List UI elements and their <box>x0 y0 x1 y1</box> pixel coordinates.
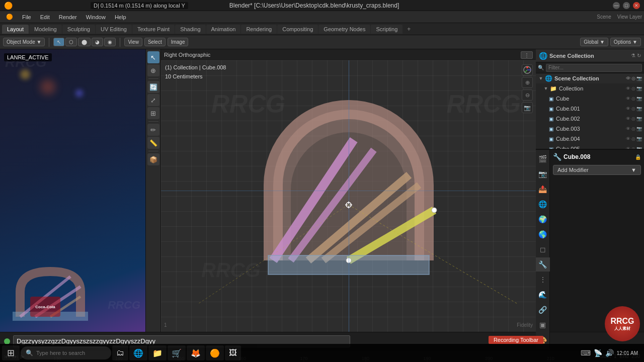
add-modifier-button[interactable]: Add Modifier ▼ <box>553 165 641 175</box>
tab-rendering[interactable]: Rendering <box>241 25 277 34</box>
taskbar-browser-app[interactable]: 🌐 <box>129 345 147 360</box>
scene-tab[interactable]: 🌍 <box>536 212 550 226</box>
rotate-tool[interactable]: 🔄 <box>147 81 159 93</box>
zoom-out-btn[interactable]: ⊖ <box>522 89 533 101</box>
viewport-options-btn[interactable]: ⋮ <box>521 51 533 59</box>
minimize-button[interactable]: — <box>613 2 620 9</box>
taskbar-explorer-app[interactable]: 📁 <box>148 345 167 360</box>
cursor-tool-button[interactable]: ↖ <box>53 38 64 46</box>
tab-compositing[interactable]: Compositing <box>277 25 318 34</box>
volume-tray-icon[interactable]: 🔊 <box>605 349 614 357</box>
menu-window[interactable]: Window <box>82 13 110 21</box>
move-tool[interactable]: ⊕ <box>147 64 159 76</box>
taskbar-app4[interactable]: 🦊 <box>187 345 205 360</box>
eye-icon[interactable]: 👁 <box>626 146 630 149</box>
add-cube-tool[interactable]: 📦 <box>147 153 159 165</box>
start-button[interactable]: ⊞ <box>2 345 20 360</box>
particles-tab[interactable]: ⋮ <box>536 273 550 287</box>
render-icon[interactable]: 📷 <box>636 76 642 81</box>
physics-tab[interactable]: 🌊 <box>536 288 550 302</box>
taskbar-store-app[interactable]: 🛒 <box>168 345 186 360</box>
global-button[interactable]: Global ▼ <box>580 38 608 46</box>
select-icon[interactable]: ◎ <box>631 126 635 131</box>
options-button[interactable]: Options ▼ <box>610 38 641 46</box>
solid-button[interactable]: ⬤ <box>78 38 91 46</box>
select-icon[interactable]: ◎ <box>631 116 635 121</box>
measure-tool[interactable]: 📏 <box>147 137 159 149</box>
render-icon[interactable]: 📷 <box>636 146 642 149</box>
outliner-filter-icon[interactable]: ⚗ <box>631 53 635 58</box>
outliner-item-cube001[interactable]: ▣ Cube.001 👁 ◎ 📷 <box>536 104 644 114</box>
render-button[interactable]: ◉ <box>104 38 116 46</box>
eye-icon[interactable]: 👁 <box>626 116 630 121</box>
viewport[interactable]: Right Orthographic ⋮ (1) Collection | Cu… <box>161 49 536 332</box>
view-layer-tab[interactable]: 🌐 <box>536 197 550 211</box>
camera-view-btn[interactable]: 📷 <box>522 102 533 113</box>
modifier-tab[interactable]: 🔧 <box>536 257 550 272</box>
menu-render[interactable]: Render <box>55 13 81 21</box>
tab-shading[interactable]: Shading <box>175 25 205 34</box>
tab-uv-editing[interactable]: UV Editing <box>96 25 132 34</box>
select-icon[interactable]: ◎ <box>631 76 635 81</box>
tab-modeling[interactable]: Modeling <box>29 25 62 34</box>
tab-animation[interactable]: Animation <box>206 25 241 34</box>
menu-help[interactable]: Help <box>111 13 130 21</box>
material-button[interactable]: ◕ <box>92 38 103 46</box>
render-icon[interactable]: 📷 <box>636 126 642 131</box>
render-props-tab[interactable]: 📷 <box>536 167 550 181</box>
eye-icon[interactable]: 👁 <box>626 126 630 131</box>
render-icon[interactable]: 📷 <box>636 106 642 111</box>
scene-props-tab[interactable]: 🎬 <box>536 152 550 166</box>
render-icon[interactable]: 📷 <box>636 86 642 91</box>
keyboard-tray-icon[interactable]: ⌨ <box>581 349 591 357</box>
outliner-search-input[interactable] <box>546 64 642 72</box>
select-label[interactable]: Select <box>144 38 166 46</box>
taskbar-search[interactable]: 🔍 <box>21 346 111 359</box>
add-workspace-button[interactable]: + <box>403 24 415 34</box>
world-tab[interactable]: 🌎 <box>536 227 550 241</box>
outliner-sync-icon[interactable]: ↻ <box>637 53 641 58</box>
output-props-tab[interactable]: 📤 <box>536 182 550 196</box>
transform-tool[interactable]: ⊞ <box>147 107 159 119</box>
select-icon[interactable]: ◎ <box>631 96 635 101</box>
eye-icon[interactable]: 👁 <box>626 136 630 141</box>
view-label[interactable]: View <box>124 38 142 46</box>
outliner-item-cube004[interactable]: ▣ Cube.004 👁 ◎ 📷 <box>536 134 644 144</box>
menu-edit[interactable]: Edit <box>36 13 54 21</box>
outliner-scene-collection[interactable]: ▼ 🌐 Scene Collection 👁 ◎ 📷 <box>536 73 644 83</box>
maximize-button[interactable]: □ <box>623 2 630 9</box>
taskbar-photos-app[interactable]: 🖼 <box>225 345 241 360</box>
wireframe-button[interactable]: ⬡ <box>65 38 77 46</box>
system-clock[interactable]: 12:01 AM <box>617 350 638 356</box>
eye-icon[interactable]: 👁 <box>626 76 630 81</box>
outliner-item-cube002[interactable]: ▣ Cube.002 👁 ◎ 📷 <box>536 114 644 124</box>
gizmo-orbit-btn[interactable] <box>522 64 533 75</box>
outliner-item-cube005[interactable]: ▣ Cube.005 👁 ◎ 📷 <box>536 144 644 149</box>
outliner-item-collection[interactable]: ▼ 📁 Collection 👁 ◎ 📷 <box>536 83 644 94</box>
scale-tool[interactable]: ⤢ <box>147 94 159 106</box>
image-label[interactable]: Image <box>168 38 189 46</box>
render-icon[interactable]: 📷 <box>636 96 642 101</box>
tab-geometry-nodes[interactable]: Geometry Nodes <box>318 25 370 34</box>
eye-icon[interactable]: 👁 <box>626 86 630 91</box>
render-icon[interactable]: 📷 <box>636 136 642 141</box>
tab-sculpting[interactable]: Sculpting <box>62 25 95 34</box>
select-icon[interactable]: ◎ <box>631 86 635 91</box>
menu-file[interactable]: File <box>18 13 35 21</box>
render-icon[interactable]: 📷 <box>636 116 642 121</box>
tab-texture-paint[interactable]: Texture Paint <box>132 25 175 34</box>
outliner-item-cube[interactable]: ▣ Cube 👁 ◎ 📷 <box>536 94 644 104</box>
network-tray-icon[interactable]: 📡 <box>594 349 602 357</box>
select-icon[interactable]: ◎ <box>631 136 635 141</box>
cursor-tool[interactable]: ↖ <box>147 51 159 63</box>
outliner-item-cube003[interactable]: ▣ Cube.003 👁 ◎ 📷 <box>536 124 644 134</box>
annotate-tool[interactable]: ✏ <box>147 124 159 136</box>
select-icon[interactable]: ◎ <box>631 146 635 149</box>
taskbar-search-input[interactable] <box>36 350 102 356</box>
eye-icon[interactable]: 👁 <box>626 106 630 111</box>
eye-icon[interactable]: 👁 <box>626 96 630 101</box>
zoom-btn[interactable]: ⊕ <box>522 77 533 88</box>
object-tab[interactable]: ◻ <box>536 242 550 256</box>
tab-scripting[interactable]: Scripting <box>371 25 403 34</box>
taskbar-blender-app[interactable]: 🟠 <box>206 345 224 360</box>
